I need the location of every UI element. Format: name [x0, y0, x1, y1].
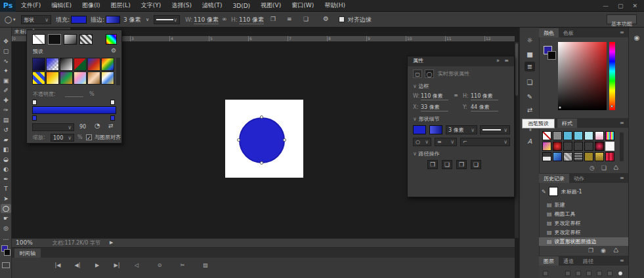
no-color-button[interactable] [32, 34, 45, 45]
style-swatch[interactable] [574, 131, 583, 140]
color-picker-icon[interactable] [106, 34, 117, 45]
zoom-tool[interactable]: ◎ [1, 224, 11, 233]
align-edges-checkbox[interactable] [339, 16, 345, 22]
opacity-stop[interactable] [110, 100, 115, 105]
new-document-from-state-icon[interactable]: ❐ [588, 247, 593, 254]
history-snapshot-row[interactable]: ✎ 未标题-1 [539, 186, 628, 197]
type-tool[interactable]: T [1, 184, 11, 193]
eraser-tool[interactable]: ▰ [1, 135, 11, 144]
gradient-method-dropdown[interactable]: ∨ [32, 123, 74, 131]
style-swatch[interactable] [584, 131, 593, 140]
collapse-panel-icon[interactable]: » [496, 58, 500, 64]
trash-icon[interactable]: ♺ [613, 247, 618, 254]
gradient-button[interactable] [64, 34, 77, 45]
clone-stamp-tool[interactable]: ▤ [1, 115, 11, 125]
layers-filter-icon[interactable] [565, 271, 570, 276]
presets-scrollbar[interactable] [116, 58, 120, 85]
layers-filter-icon[interactable] [597, 271, 602, 276]
style-swatch[interactable] [553, 142, 562, 151]
style-swatch[interactable] [563, 142, 572, 151]
gradient-preset[interactable] [101, 71, 114, 85]
live-ellipse-icon[interactable]: ◯ [425, 70, 434, 78]
tab-actions[interactable]: 动作 [569, 174, 589, 183]
first-frame-button[interactable]: |◀ [51, 261, 64, 270]
sphere-panel-icon[interactable]: ◉ [632, 33, 642, 43]
pattern-button[interactable] [79, 34, 93, 45]
healing-brush-tool[interactable]: ✚ [1, 96, 11, 105]
path-arrangement-icon[interactable]: ❏ [303, 16, 309, 22]
blur-tool[interactable]: ◒ [1, 155, 11, 164]
panel-menu-icon[interactable]: ≡ [504, 58, 509, 64]
brush-panel-icon[interactable]: ✎ [525, 92, 535, 102]
style-swatch[interactable] [574, 142, 583, 151]
stroke-gradient-swatch[interactable] [106, 16, 120, 24]
stroke-align-dropdown[interactable]: ○∨ [413, 138, 431, 146]
gradient-preset[interactable] [46, 71, 59, 85]
adjustments-icon[interactable]: ☼ [525, 35, 535, 45]
menu-window[interactable]: 窗口(W) [291, 1, 314, 10]
path-alignment-icon[interactable]: ≡ [287, 16, 292, 22]
gradient-tool[interactable]: ◧ [1, 145, 11, 154]
play-button[interactable]: ▶ [91, 261, 104, 270]
combine-shapes-icon[interactable]: ❐ [427, 160, 438, 169]
style-swatch[interactable] [563, 152, 572, 161]
ellipse-tool[interactable]: ◯ [1, 204, 11, 213]
scrollbar-thumb[interactable] [515, 43, 518, 96]
align-with-layer-checkbox[interactable]: ✓ [86, 134, 92, 140]
style-swatch[interactable] [595, 131, 604, 140]
pen-tool[interactable]: ✒ [1, 174, 11, 184]
brush-tool[interactable]: ✑ [1, 106, 11, 115]
color-stop[interactable] [110, 115, 115, 121]
color-field-marker[interactable] [559, 106, 561, 109]
histogram-icon[interactable]: ▅ [525, 49, 535, 58]
link-dimensions-icon[interactable]: ∞ [454, 93, 458, 98]
hue-slider[interactable] [609, 42, 615, 110]
style-swatch[interactable] [584, 142, 593, 151]
ellipse-shape[interactable] [239, 117, 285, 163]
tool-mode-dropdown[interactable]: 形状∨ [21, 15, 51, 24]
layers-filter-icon[interactable] [607, 271, 612, 276]
lasso-tool[interactable]: ∿ [1, 56, 11, 66]
background-color-swatch[interactable] [4, 249, 11, 256]
close-icon[interactable]: ✕ [632, 3, 637, 9]
menu-filter[interactable]: 滤镜(T) [202, 1, 223, 10]
gradient-preset[interactable] [101, 58, 114, 71]
gradient-preset[interactable] [74, 58, 87, 71]
gradient-preset[interactable] [74, 71, 87, 85]
angle-dial-icon[interactable]: ◔ [95, 123, 100, 129]
settings-button[interactable]: ⊙ [153, 261, 166, 270]
properties-icon[interactable]: ≣ [525, 62, 535, 71]
styles-scrollbar[interactable] [620, 132, 624, 161]
section-path-operations[interactable]: ∨ 路径操作 [413, 150, 439, 157]
style-swatch[interactable] [553, 152, 562, 161]
shape-width-value[interactable]: 110 像素 [194, 16, 219, 24]
gradient-preset[interactable] [87, 58, 100, 71]
new-snapshot-camera-icon[interactable]: ◉ [601, 247, 606, 254]
style-swatch[interactable] [605, 152, 614, 161]
tab-layers[interactable]: 图层 [539, 256, 559, 266]
tab-timeline[interactable]: 时间轴 [14, 248, 41, 258]
status-arrow-icon[interactable]: ▶ [110, 241, 113, 245]
menu-layer[interactable]: 图层(L) [111, 1, 131, 10]
prop-stroke-swatch[interactable] [429, 125, 442, 134]
character-styles-icon[interactable]: A [525, 136, 535, 146]
gradient-preset[interactable] [32, 71, 45, 85]
hue-slider-marker[interactable] [611, 105, 613, 108]
stroke-type-dropdown[interactable]: ∨ [154, 15, 180, 24]
libraries-icon[interactable]: ❏ [525, 77, 535, 87]
dodge-tool[interactable]: ◐ [1, 165, 11, 174]
ellipse-tool-icon[interactable]: ◯ [5, 16, 12, 23]
eyedropper-tool[interactable]: ✐ [1, 86, 11, 95]
layers-filter-icon[interactable] [586, 271, 591, 276]
tab-history[interactable]: 历史记录 [539, 174, 569, 183]
gradient-preset[interactable] [60, 58, 73, 71]
style-swatch[interactable] [605, 142, 614, 151]
style-swatch[interactable] [595, 152, 604, 161]
maximize-icon[interactable]: ▢ [618, 3, 624, 9]
history-brush-source-icon[interactable]: ✎ [542, 189, 546, 195]
menu-type[interactable]: 文字(Y) [141, 1, 161, 10]
link-dimensions-icon[interactable]: ∞ [222, 16, 227, 22]
quick-mask-button[interactable] [2, 262, 10, 268]
clone-source-icon[interactable]: ⇄ [525, 105, 535, 115]
crop-tool[interactable]: ▣ [1, 76, 11, 85]
